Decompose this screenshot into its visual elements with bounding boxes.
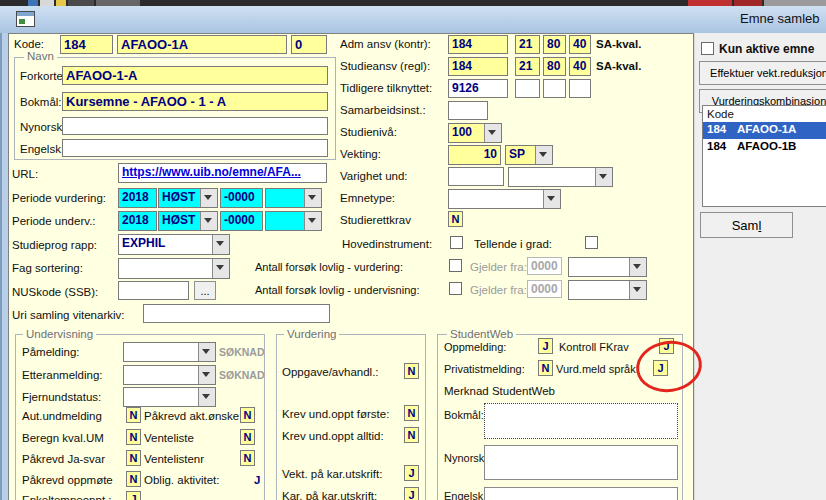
adm-fak-field[interactable]: 21	[515, 35, 540, 54]
gjelder-fra-vurdering-field[interactable]: 0000	[527, 257, 562, 275]
url-field[interactable]: https://www.uib.no/emne/AFA...	[118, 163, 327, 183]
emne-listbox[interactable]	[702, 105, 826, 207]
saml-button[interactable]: Saml	[700, 212, 793, 238]
etteranmelding-dropdown[interactable]	[123, 365, 216, 385]
studieansv-gruppe-field[interactable]: 80	[543, 57, 566, 76]
forsok-vurdering-checkbox[interactable]	[449, 259, 462, 272]
forsok-undervisning-checkbox[interactable]	[449, 282, 462, 295]
adm-inst-field[interactable]: 184	[448, 35, 508, 54]
studieansv-inst2-field[interactable]: 40	[569, 57, 591, 76]
chevron-down-icon[interactable]	[304, 189, 321, 207]
aut-undmelding-flag[interactable]: N	[126, 407, 141, 423]
hovedinstrument-checkbox[interactable]	[450, 236, 463, 249]
periode-underv-ar-field[interactable]: 2018	[118, 211, 157, 231]
studieansv-inst-field[interactable]: 184	[448, 57, 508, 76]
bokmal-field[interactable]: Kursemne - AFAOO - 1 - A	[62, 92, 328, 111]
tellende-checkbox[interactable]	[585, 236, 598, 249]
chevron-down-icon[interactable]	[198, 388, 215, 406]
krev-undoppt-alltid-flag[interactable]: N	[404, 427, 419, 443]
samarbeidsinst-field[interactable]	[448, 101, 488, 120]
gjelder-undervisning-dropdown[interactable]	[568, 280, 647, 300]
ventelistenr-flag[interactable]: N	[240, 450, 255, 466]
merknad-bokmal-textarea[interactable]	[484, 403, 678, 439]
forkortet-field[interactable]: AFAOO-1-A	[62, 66, 328, 85]
studieniva-dropdown[interactable]: 100	[448, 123, 502, 143]
chevron-down-icon[interactable]	[212, 259, 229, 278]
gjelder-vurdering-dropdown[interactable]	[568, 257, 647, 277]
chevron-down-icon[interactable]	[200, 189, 217, 207]
adm-kval-label: SA-kval.	[596, 38, 641, 50]
kode-versjon-field[interactable]: 0	[291, 35, 327, 54]
chevron-down-icon[interactable]	[304, 212, 321, 230]
oppmelding-flag[interactable]: J	[538, 338, 553, 354]
periode-vurdering-ar-field[interactable]: 2018	[118, 188, 157, 208]
beregn-kval-flag[interactable]: N	[126, 429, 141, 445]
varighet-enhet-dropdown[interactable]	[508, 167, 613, 187]
chevron-down-icon[interactable]	[484, 124, 501, 142]
effektuer-vektreduksjon-button[interactable]: Effektuer vekt.reduksjon	[699, 61, 826, 85]
chevron-down-icon[interactable]	[212, 235, 229, 254]
kar-karutskrift-flag[interactable]: J	[404, 487, 419, 500]
chevron-down-icon[interactable]	[543, 190, 560, 208]
emne-list-row-selected[interactable]: 184 AFAOO-1A	[703, 122, 826, 139]
periode-underv-til-field[interactable]: -0000	[220, 211, 263, 231]
pakrevd-aktonske-flag[interactable]: N	[240, 407, 255, 423]
kun-aktive-emner-checkbox[interactable]	[701, 42, 714, 55]
fag-sortering-dropdown[interactable]	[118, 258, 230, 279]
chevron-down-icon[interactable]	[198, 366, 215, 384]
periode-vurdering-tiltermin-dropdown[interactable]	[265, 188, 322, 208]
pakrevd-jasvar-flag[interactable]: N	[126, 450, 141, 466]
merknad-studentweb-label: Merknad StudentWeb	[444, 385, 555, 397]
chevron-down-icon[interactable]	[200, 212, 217, 230]
nuskode-browse-button[interactable]: ...	[194, 281, 216, 300]
forsok-vurdering-label: Antall forsøk lovlig - vurdering:	[255, 261, 403, 273]
vekting-field[interactable]: 10	[448, 145, 501, 165]
periode-vurdering-til-field[interactable]: -0000	[220, 188, 263, 208]
kode-inst-field[interactable]: 184	[60, 35, 113, 54]
gjelder-fra-undervisning-field[interactable]: 0000	[527, 280, 562, 298]
tidligere-field[interactable]: 9126	[448, 79, 508, 98]
adm-inst2-field[interactable]: 40	[569, 35, 591, 54]
pakrevd-oppmote-flag[interactable]: N	[126, 471, 141, 487]
engelsk-field[interactable]	[62, 139, 328, 157]
merknad-engelsk-textarea[interactable]	[484, 487, 678, 500]
oppgave-avhandl-flag[interactable]: N	[404, 363, 419, 379]
url-link[interactable]: https://www.uib.no/emne/AFA...	[122, 165, 301, 179]
nynorsk-field[interactable]	[62, 117, 328, 135]
emnetype-dropdown[interactable]	[448, 189, 561, 209]
venteliste-flag[interactable]: N	[240, 429, 255, 445]
vekt-karutskrift-flag[interactable]: J	[404, 465, 419, 481]
merknad-nynorsk-textarea[interactable]	[484, 445, 678, 480]
enkeltemneoppt-flag[interactable]: J	[126, 491, 141, 500]
adm-gruppe-field[interactable]: 80	[543, 35, 566, 54]
venteliste-label: Venteliste	[144, 432, 194, 444]
nuskode-field[interactable]	[118, 281, 189, 300]
chevron-down-icon[interactable]	[595, 168, 612, 186]
uri-vitenarkiv-field[interactable]	[143, 304, 330, 323]
emne-list-row[interactable]: 184 AFAOO-1B	[703, 139, 826, 156]
tidligere-f2-field[interactable]	[543, 79, 566, 98]
gjelder-fra-undervisning-label: Gjelder fra:	[470, 284, 527, 296]
krev-undoppt-forste-flag[interactable]: N	[404, 405, 419, 421]
tidligere-f3-field[interactable]	[569, 79, 591, 98]
chevron-down-icon[interactable]	[198, 343, 215, 361]
kode-emne-field[interactable]: AFAOO-1A	[117, 35, 287, 54]
periode-vurdering-termin-dropdown[interactable]: HØST	[158, 188, 218, 208]
tidligere-f1-field[interactable]	[515, 79, 540, 98]
varighet-field[interactable]	[448, 167, 504, 186]
periode-underv-tiltermin-dropdown[interactable]	[265, 211, 322, 231]
window-title: Emne samleb	[740, 11, 819, 26]
vekting-enhet-dropdown[interactable]: SP	[505, 145, 553, 165]
adm-ansv-label: Adm ansv (kontr):	[340, 38, 431, 50]
fjernundstatus-dropdown[interactable]	[123, 387, 216, 407]
chevron-down-icon[interactable]	[629, 258, 646, 276]
studierettkrav-flag[interactable]: N	[448, 211, 463, 227]
chevron-down-icon[interactable]	[535, 146, 552, 164]
chevron-down-icon[interactable]	[629, 281, 646, 299]
gjelder-fra-vurdering-label: Gjelder fra:	[470, 261, 527, 273]
periode-underv-termin-dropdown[interactable]: HØST	[158, 211, 218, 231]
pamelding-dropdown[interactable]	[123, 342, 216, 362]
privatistmelding-flag[interactable]: N	[538, 360, 553, 376]
studieansv-fak-field[interactable]: 21	[515, 57, 540, 76]
studieprog-rapp-dropdown[interactable]: EXPHIL	[118, 234, 230, 255]
